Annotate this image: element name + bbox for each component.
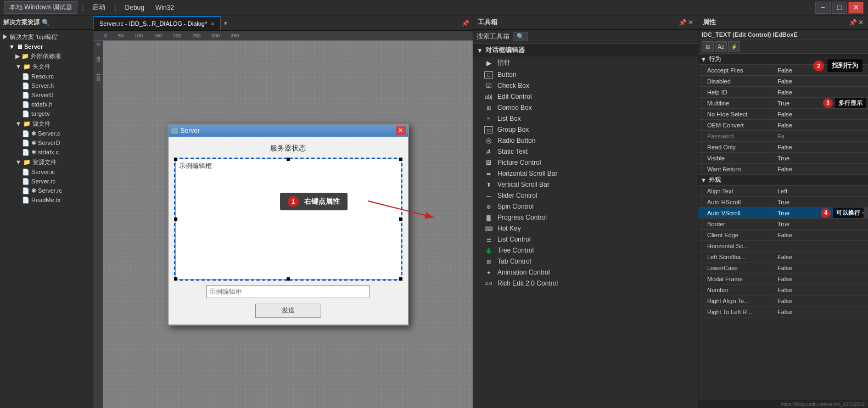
- tree-ext-deps[interactable]: ▶ 📁 外部依赖项: [0, 51, 93, 62]
- props-value-border: True: [775, 220, 868, 228]
- tree-stdafx-h[interactable]: 📄 stdafx.h: [0, 100, 93, 109]
- tree-resources-folder[interactable]: ▼ 📁 资源文件: [0, 157, 93, 167]
- window-minimize[interactable]: −: [815, 2, 831, 14]
- solution-explorer-titlebar: 解决方案资源 🔍: [0, 15, 93, 30]
- resize-bl[interactable]: [174, 277, 177, 281]
- tree-server-ico[interactable]: 📄 Server.ic: [0, 167, 93, 177]
- props-row-readonly[interactable]: Read Only False: [698, 142, 868, 153]
- props-name-disabled: Disabled: [698, 77, 775, 85]
- tab-overflow[interactable]: ▾: [221, 16, 231, 30]
- toolbox-item-listbox[interactable]: ≡ List Box: [473, 113, 698, 124]
- toolbox-item-hotkey[interactable]: ⌨ Hot Key: [473, 223, 698, 234]
- tree-targetv[interactable]: 📄 targetv: [0, 109, 93, 119]
- tree-server-rc1[interactable]: 📄 Server.rc: [0, 177, 93, 186]
- toolbox-item-animationcontrol[interactable]: ✦ Animation Control: [473, 267, 698, 278]
- tree-server-rc2[interactable]: 📄 ✱ Server.rc: [0, 186, 93, 195]
- toolbox-item-tabcontrol[interactable]: ⊞ Tab Control: [473, 256, 698, 267]
- toolbox-item-radiobutton[interactable]: ◎ Radio Button: [473, 135, 698, 146]
- combobox-icon: ⊞: [484, 105, 493, 111]
- props-row-visible[interactable]: Visible True: [698, 153, 868, 164]
- toolbox-item-hscrollbar[interactable]: ⬌ Horizontal Scroll Bar: [473, 168, 698, 179]
- resize-bm[interactable]: [287, 277, 290, 281]
- props-row-rightaligntext[interactable]: Right Align Te... False: [698, 295, 868, 306]
- dialog-send-button[interactable]: 发送: [255, 304, 321, 318]
- toolbox-item-combobox[interactable]: ⊞ Combo Box: [473, 102, 698, 113]
- toolbox-item-listcontrol[interactable]: ☰ List Control: [473, 234, 698, 245]
- tree-stdafx-c[interactable]: 📄 ✱ stdafx.c: [0, 148, 93, 157]
- props-row-aligntext[interactable]: Align Text Left: [698, 186, 868, 197]
- props-row-number[interactable]: Number False: [698, 284, 868, 295]
- props-row-oemconvert[interactable]: OEM Convert False: [698, 120, 868, 131]
- props-row-wantreturn[interactable]: Want Return False: [698, 164, 868, 175]
- toolbar-item-start[interactable]: 启动: [88, 2, 110, 13]
- resize-br[interactable]: [399, 277, 402, 281]
- toolbox-title: 工具箱: [478, 18, 497, 27]
- toolbox-item-editcontrol[interactable]: ab| Edit Control: [473, 91, 698, 102]
- props-row-border[interactable]: Border True: [698, 219, 868, 230]
- tree-resource-h[interactable]: 📄 Resourc: [0, 72, 93, 81]
- tree-root[interactable]: ▶ 解决方案 'tcp编程': [0, 32, 93, 42]
- props-row-righttoleft[interactable]: Right To Left R... False: [698, 306, 868, 317]
- props-row-password[interactable]: Password Fa: [698, 131, 868, 142]
- toolbar-item-win32[interactable]: Win32: [151, 3, 178, 13]
- dialog-close-btn[interactable]: ✕: [396, 126, 406, 135]
- toolbox-item-pointer[interactable]: ▶ 指针: [473, 57, 698, 69]
- tree-server-h[interactable]: 📄 Server.h: [0, 81, 93, 91]
- toolbox-search-icon-btn[interactable]: 🔍: [513, 32, 528, 41]
- toolbox-pin-btn[interactable]: 📌: [679, 19, 687, 26]
- toolbox-item-progresscontrol[interactable]: ▓ Progress Control: [473, 212, 698, 223]
- resize-tr[interactable]: [399, 158, 402, 161]
- props-row-multiline[interactable]: Multiline True 3 多行显示: [698, 98, 868, 109]
- props-row-leftscrollbar[interactable]: Left Scrollba... False: [698, 251, 868, 262]
- props-lightning-btn[interactable]: ⚡: [728, 41, 740, 52]
- window-close[interactable]: ✕: [848, 2, 864, 14]
- toolbox-item-picturecontrol[interactable]: 🖼 Picture Control: [473, 157, 698, 168]
- tree-readme[interactable]: 📄 ReadMe.tx: [0, 195, 93, 205]
- tree-server[interactable]: ▼ 🖥 Server: [0, 42, 93, 51]
- props-row-hscroll[interactable]: Horizontal Sc...: [698, 241, 868, 251]
- resize-ml[interactable]: [174, 217, 177, 221]
- toolbox-close-btn[interactable]: ✕: [688, 19, 693, 26]
- props-row-helpid[interactable]: Help ID False: [698, 87, 868, 98]
- props-close-btn[interactable]: ✕: [858, 19, 864, 26]
- window-maximize[interactable]: □: [832, 2, 847, 14]
- toolbox-item-checkbox[interactable]: ☑ Check Box: [473, 80, 698, 91]
- props-row-modalframe[interactable]: Modal Frame False: [698, 273, 868, 284]
- toolbox-item-richedit[interactable]: 2.0 Rich Edit 2.0 Control: [473, 278, 698, 289]
- toolbox-item-vscrollbar[interactable]: ⬍ Vertical Scroll Bar: [473, 179, 698, 190]
- tree-serverd-h[interactable]: 📄 ServerD: [0, 91, 93, 100]
- props-sort-alpha-btn[interactable]: Az: [715, 41, 727, 52]
- toolbox-item-treecontrol[interactable]: 🌲 Tree Control: [473, 245, 698, 256]
- tab-pin-btn[interactable]: 📌: [458, 16, 473, 30]
- resize-mr[interactable]: [399, 217, 402, 221]
- tree-sources[interactable]: ▼ 📁 源文件: [0, 119, 93, 129]
- solution-search-btn[interactable]: 🔍: [42, 19, 50, 26]
- props-row-lowercase[interactable]: LowerCase False: [698, 262, 868, 273]
- props-section-appearance[interactable]: ▼ 外观: [698, 175, 868, 186]
- toolbox-item-groupbox[interactable]: ▭ Group Box: [473, 124, 698, 135]
- toolbox-item-slidercontrol[interactable]: — Slider Control: [473, 190, 698, 201]
- dialog-single-input[interactable]: [206, 285, 369, 298]
- props-sort-category-btn[interactable]: ⊞: [702, 41, 714, 52]
- props-row-autohscroll[interactable]: Auto HScroll True: [698, 197, 868, 208]
- tab-close-icon[interactable]: ✕: [210, 21, 215, 27]
- tree-server-c[interactable]: 📄 ✱ Server.c: [0, 129, 93, 138]
- toolbox-item-spincontrol[interactable]: ⊕ Spin Control: [473, 201, 698, 212]
- props-row-clientedge[interactable]: Client Edge False: [698, 230, 868, 241]
- tree-serverd-c[interactable]: 📄 ✱ ServerD: [0, 138, 93, 148]
- props-value-lowercase: False: [775, 264, 868, 272]
- resize-tl[interactable]: [174, 158, 177, 161]
- toolbar-item-debugger[interactable]: 本地 Windows 调试器: [4, 1, 77, 14]
- toolbox-item-statictext[interactable]: A Static Text: [473, 146, 698, 157]
- toolbox-item-button[interactable]: □ Button: [473, 69, 698, 80]
- dialog-multiline-box[interactable]: 示例编辑框: [175, 159, 401, 280]
- tree-headers[interactable]: ▼ 📁 头文件: [0, 62, 93, 72]
- toolbar-item-debug[interactable]: Debug: [121, 3, 149, 13]
- props-row-autovscroll[interactable]: Auto VScroll True ▼ 4 可以换行: [698, 208, 868, 219]
- resize-tm[interactable]: [287, 158, 290, 161]
- props-pin-btn[interactable]: 📌: [849, 19, 857, 26]
- props-row-disabled[interactable]: Disabled False: [698, 76, 868, 87]
- toolbox-section-header[interactable]: ▼ 对话框编辑器: [473, 44, 698, 57]
- tab-rc-dialog[interactable]: Server.rc - IDD_S...R_DIALOG - Dialog* ✕: [93, 16, 221, 30]
- props-row-nohideselect[interactable]: No Hide Select False: [698, 109, 868, 120]
